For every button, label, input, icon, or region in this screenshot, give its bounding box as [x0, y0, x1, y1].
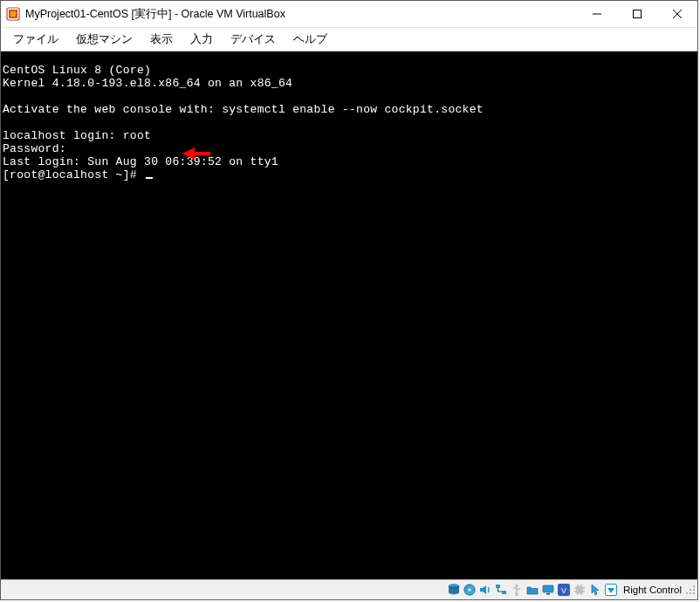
window-controls: [577, 1, 697, 27]
cpu-icon[interactable]: [573, 583, 587, 597]
console-line: Activate the web console with: systemctl…: [3, 103, 696, 116]
svg-text:V: V: [561, 586, 566, 595]
svg-rect-20: [546, 593, 550, 595]
guest-console[interactable]: CentOS Linux 8 (Core) Kernel 4.18.0-193.…: [1, 51, 697, 579]
svg-rect-23: [576, 586, 583, 593]
vm-window: MyProject01-CentOS [実行中] - Oracle VM Vir…: [0, 0, 698, 600]
menu-input[interactable]: 入力: [182, 30, 222, 50]
console-lastlogin-line: Last login: Sun Aug 30 06:39:52 on tty1: [3, 155, 696, 168]
close-button[interactable]: [657, 1, 697, 27]
display-icon[interactable]: [541, 583, 555, 597]
window-title: MyProject01-CentOS [実行中] - Oracle VM Vir…: [25, 7, 285, 22]
resize-grip-icon[interactable]: [685, 585, 696, 595]
audio-icon[interactable]: [478, 583, 492, 597]
menu-machine[interactable]: 仮想マシン: [67, 30, 141, 50]
svg-rect-19: [543, 585, 553, 592]
svg-rect-2: [10, 11, 16, 17]
console-line: [3, 90, 696, 103]
console-prompt-line: [root@localhost ~]#: [3, 168, 696, 181]
console-line: CentOS Linux 8 (Core): [3, 64, 696, 77]
svg-point-34: [693, 585, 695, 587]
menu-devices[interactable]: デバイス: [222, 30, 285, 50]
usb-icon[interactable]: [510, 583, 524, 597]
console-line: Kernel 4.18.0-193.el8.x86_64 on an x86_6…: [3, 77, 696, 90]
svg-point-36: [693, 589, 695, 591]
shell-prompt: [root@localhost ~]#: [3, 168, 144, 181]
svg-point-35: [690, 589, 691, 591]
status-icons: V: [447, 583, 618, 597]
mouse-integration-icon[interactable]: [588, 583, 602, 597]
svg-marker-13: [480, 585, 486, 594]
hostkey-label: Right Control: [623, 585, 682, 595]
cursor: [146, 177, 153, 179]
menu-file[interactable]: ファイル: [4, 30, 67, 50]
titlebar[interactable]: MyProject01-CentOS [実行中] - Oracle VM Vir…: [1, 1, 697, 28]
login-prompt: localhost login:: [3, 129, 123, 142]
menu-help[interactable]: ヘルプ: [285, 30, 336, 50]
svg-rect-14: [496, 585, 500, 588]
svg-marker-18: [515, 584, 518, 586]
statusbar: V Right Control: [1, 579, 697, 599]
menubar: ファイル 仮想マシン 表示 入力 デバイス ヘルプ: [1, 28, 697, 51]
svg-point-38: [690, 592, 691, 594]
console-password-line: Password:: [3, 142, 696, 155]
svg-rect-15: [502, 591, 506, 594]
maximize-button[interactable]: [617, 1, 657, 27]
network-icon[interactable]: [494, 583, 508, 597]
console-login-line: localhost login: root: [3, 129, 696, 142]
shared-folder-icon[interactable]: [525, 583, 539, 597]
svg-point-37: [686, 592, 688, 594]
hard-disk-icon[interactable]: [447, 583, 461, 597]
optical-disc-icon[interactable]: [463, 583, 477, 597]
svg-point-12: [468, 588, 470, 591]
recording-icon[interactable]: V: [557, 583, 571, 597]
menu-view[interactable]: 表示: [141, 30, 182, 50]
console-line: [3, 116, 696, 129]
hostkey-down-icon[interactable]: [604, 583, 618, 597]
virtualbox-icon: [6, 7, 20, 21]
svg-point-39: [693, 592, 695, 594]
svg-rect-4: [634, 10, 642, 18]
minimize-button[interactable]: [577, 1, 617, 27]
login-user: root: [123, 129, 151, 142]
